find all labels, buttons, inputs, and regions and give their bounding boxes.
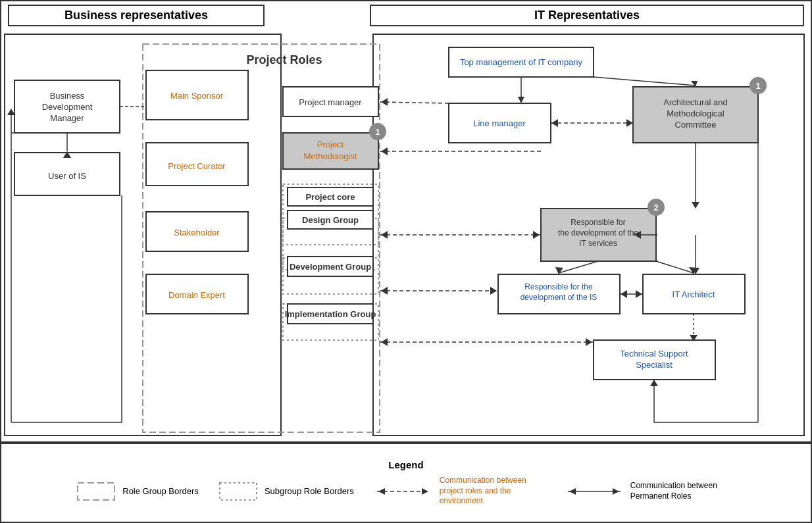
- svg-text:Manager: Manager: [50, 113, 84, 123]
- svg-marker-111: [378, 488, 385, 495]
- svg-text:Project: Project: [317, 139, 344, 149]
- legend-comm-perm-label: Communication between Permanent Roles: [630, 481, 736, 501]
- svg-text:the development of the: the development of the: [558, 228, 638, 237]
- svg-marker-64: [691, 81, 698, 87]
- svg-text:IT services: IT services: [579, 239, 617, 248]
- svg-text:2: 2: [653, 203, 658, 212]
- svg-text:Development: Development: [42, 102, 93, 112]
- svg-text:Stakeholder: Stakeholder: [174, 228, 220, 237]
- svg-text:Main Sponsor: Main Sponsor: [170, 91, 224, 101]
- svg-marker-62: [518, 97, 524, 103]
- legend-area: Legend Role Group Borders Subgroup Role …: [1, 443, 811, 522]
- svg-line-94: [559, 261, 598, 273]
- legend-comm-env: Communication between project roles and …: [374, 476, 545, 507]
- svg-marker-95: [555, 267, 563, 274]
- svg-text:development of the IS: development of the IS: [520, 293, 597, 302]
- svg-text:Development Group: Development Group: [290, 262, 371, 272]
- svg-marker-93: [636, 290, 642, 298]
- svg-marker-112: [422, 488, 428, 495]
- svg-marker-89: [381, 338, 388, 346]
- legend-comm-perm: Communication between Permanent Roles: [565, 481, 736, 501]
- svg-marker-92: [621, 290, 627, 298]
- svg-marker-115: [613, 488, 619, 495]
- legend-comm-env-label: Communication between project roles and …: [440, 476, 545, 507]
- svg-text:Project manager: Project manager: [299, 97, 362, 107]
- svg-marker-90: [586, 338, 592, 346]
- svg-text:Architectural and: Architectural and: [663, 97, 728, 107]
- svg-rect-108: [78, 483, 114, 500]
- svg-marker-84: [533, 231, 540, 239]
- svg-text:1: 1: [755, 81, 760, 91]
- svg-marker-114: [569, 488, 576, 495]
- svg-text:Project Curator: Project Curator: [168, 161, 226, 171]
- svg-marker-77: [626, 119, 633, 127]
- svg-text:Business: Business: [50, 91, 85, 101]
- svg-text:Implementation Group: Implementation Group: [285, 309, 376, 319]
- svg-text:Specialist: Specialist: [636, 360, 672, 370]
- svg-marker-87: [490, 287, 497, 295]
- svg-rect-109: [220, 483, 257, 500]
- diagram-area: Business representatives IT Representati…: [1, 1, 811, 443]
- svg-text:Technical Support: Technical Support: [620, 349, 688, 359]
- main-container: Business representatives IT Representati…: [0, 0, 812, 523]
- svg-text:Responsible for: Responsible for: [571, 218, 625, 227]
- legend-role-group-label: Role Group Borders: [122, 486, 199, 496]
- svg-text:Top management of IT company: Top management of IT company: [460, 57, 583, 67]
- legend-role-group: Role Group Borders: [76, 482, 199, 501]
- svg-text:User of IS: User of IS: [48, 171, 86, 181]
- svg-text:Design Group: Design Group: [302, 215, 359, 225]
- svg-text:Project Roles: Project Roles: [246, 53, 322, 66]
- svg-text:Domain Expert: Domain Expert: [168, 290, 225, 300]
- svg-line-78: [380, 102, 449, 103]
- svg-text:Project core: Project core: [305, 192, 355, 202]
- legend-subgroup-label: Subgroup Role Borders: [265, 486, 354, 496]
- svg-marker-86: [381, 287, 388, 295]
- svg-text:Committee: Committee: [675, 120, 717, 130]
- svg-text:Line manager: Line manager: [473, 118, 526, 128]
- svg-text:Responsible for the: Responsible for the: [524, 282, 593, 291]
- svg-marker-81: [381, 147, 388, 155]
- svg-marker-76: [551, 119, 558, 127]
- svg-marker-83: [381, 231, 388, 239]
- legend-subgroup: Subgroup Role Borders: [218, 482, 354, 501]
- svg-text:1: 1: [375, 127, 380, 137]
- svg-marker-79: [381, 98, 388, 106]
- it-reps-label: IT Representatives: [370, 5, 804, 26]
- svg-line-63: [594, 77, 696, 86]
- business-reps-label: Business representatives: [8, 5, 265, 26]
- svg-marker-66: [692, 202, 699, 209]
- legend-title: Legend: [388, 459, 423, 470]
- svg-line-96: [656, 261, 694, 273]
- diagram-svg: Business Development Manager User of IS …: [1, 1, 812, 449]
- svg-marker-72: [650, 380, 658, 386]
- svg-text:Methodological: Methodological: [667, 109, 724, 118]
- svg-text:IT Architect: IT Architect: [672, 289, 715, 299]
- svg-text:Methodologist: Methodologist: [304, 151, 357, 161]
